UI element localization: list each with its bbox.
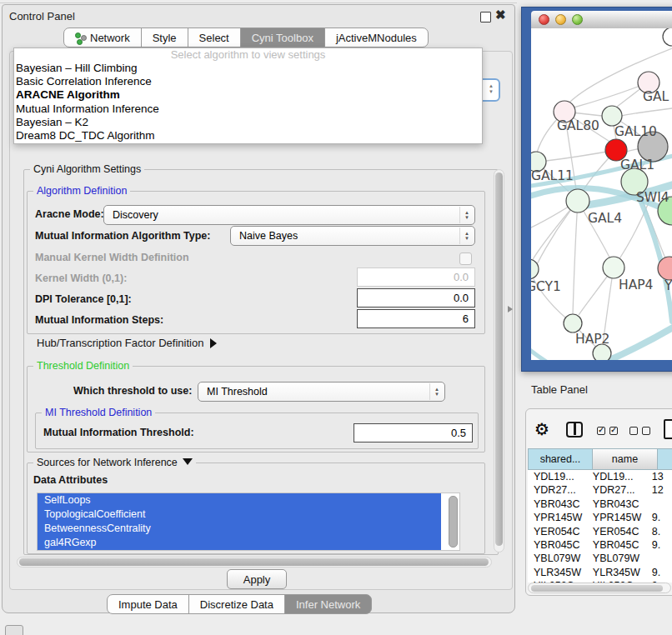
sources-group-title[interactable]: Sources for Network Inference — [33, 457, 196, 468]
network-node-gal4[interactable] — [566, 189, 589, 212]
checked-columns-icon[interactable]: ✓ ✓ — [597, 427, 618, 435]
attribute-item-betweennesscentrality[interactable]: BetweennessCentrality — [38, 522, 441, 536]
combo-arrows-icon: ▲▼ — [486, 83, 496, 95]
which-threshold-select[interactable]: MI Threshold ▲▼ — [198, 382, 445, 402]
tab-label: Style — [153, 32, 177, 44]
table-row[interactable]: YLR345WYLR345W9. — [528, 566, 672, 579]
network-canvas[interactable]: GALGAL80GAL10GAL1GAL11SWI4GAL4GCY1HAP4YH… — [531, 28, 672, 360]
mi-threshold-field[interactable]: 0.5 — [354, 423, 473, 442]
aracne-mode-select[interactable]: Discovery ▲▼ — [103, 205, 475, 225]
table-row[interactable]: YDL19...YDL19...13 — [528, 470, 672, 483]
network-node-hap4[interactable] — [603, 257, 624, 278]
table-horizontal-scrollbar[interactable] — [528, 582, 671, 593]
table-row[interactable]: YPR145WYPR145W9. — [528, 511, 672, 524]
data-attributes-list[interactable]: SelfLoopsTopologicalCoefficientBetweenne… — [37, 492, 460, 551]
kernel-width-value: 0.0 — [454, 271, 469, 283]
minimize-window-icon[interactable] — [555, 14, 566, 25]
which-threshold-label: Which threshold to use: — [73, 385, 192, 397]
algorithm-option-basic-correlation-inference[interactable]: Basic Correlation Inference — [14, 75, 482, 88]
network-node[interactable] — [663, 28, 672, 46]
gear-icon[interactable]: ⚙ — [534, 419, 549, 439]
table-row[interactable]: YER054CYER054C8. — [528, 525, 672, 538]
checked-box-icon: ✓ — [609, 427, 618, 435]
algorithm-option-dream8-dc-tdc-algorithm[interactable]: Dream8 DC_TDC Algorithm — [14, 129, 482, 142]
close-panel-icon[interactable]: ✖ — [495, 8, 506, 22]
attribute-item-selfloops[interactable]: SelfLoops — [38, 493, 441, 508]
network-edge[interactable] — [622, 108, 672, 116]
data-attributes-label: Data Attributes — [33, 474, 108, 486]
tab-label: Discretize Data — [200, 598, 273, 611]
zoom-window-icon[interactable] — [572, 14, 583, 25]
node-label-gal80: GAL80 — [557, 118, 599, 133]
algorithm-option-bayesian-k2[interactable]: Bayesian – K2 — [14, 116, 482, 129]
column-header-cut[interactable] — [658, 448, 672, 470]
window-top-edge — [0, 2, 517, 3]
minimized-panel-icon[interactable] — [5, 625, 23, 635]
table-row[interactable]: YBR045CYBR045C9. — [528, 538, 672, 552]
table-row[interactable]: YBR043CYBR043C — [528, 498, 672, 511]
table-cell: YBL079W — [528, 552, 587, 565]
tab-infer-network[interactable]: Infer Network — [284, 594, 372, 614]
apply-button[interactable]: Apply — [227, 569, 287, 589]
unchecked-columns-icon[interactable] — [629, 427, 650, 435]
tab-discretize-data[interactable]: Discretize Data — [188, 594, 285, 614]
tab-jactivemnodules[interactable]: jActiveMNodules — [324, 28, 429, 48]
table-rows: YDL19...YDL19...13YDR27...YDR27...12YBR0… — [528, 470, 672, 582]
dpi-tolerance-field[interactable]: 0.0 — [357, 288, 475, 308]
expanded-arrow-icon — [183, 458, 193, 465]
network-edge[interactable] — [573, 201, 578, 314]
algorithm-dropdown-popup: Select algorithm to view settings Bayesi… — [13, 48, 483, 144]
threshold-definition-title: Threshold Definition — [33, 360, 133, 372]
table-cell: YPR145W — [528, 511, 587, 524]
table-cell: YDL19... — [587, 470, 646, 483]
node-attribute-table[interactable]: shared...name YDL19...YDL19...13YDR27...… — [528, 448, 672, 582]
table-cell: 8. — [646, 525, 672, 538]
attribute-item-topologicalcoefficient[interactable]: TopologicalCoefficient — [38, 508, 441, 522]
network-node-hap2[interactable] — [564, 314, 582, 332]
table-cell: YBR045C — [587, 538, 646, 552]
mi-steps-label: Mutual Information Steps: — [35, 314, 163, 326]
table-cell: 13 — [646, 470, 672, 483]
tab-select[interactable]: Select — [188, 28, 241, 48]
sources-title-text: Sources for Network Inference — [37, 457, 178, 468]
algorithm-dropdown-placeholder: Select algorithm to view settings — [14, 48, 482, 62]
settings-vertical-scrollbar[interactable] — [494, 169, 504, 552]
aracne-mode-value: Discovery — [113, 209, 158, 221]
tab-cyni-toolbox[interactable]: Cyni Toolbox — [240, 28, 325, 48]
column-header-name[interactable]: name — [593, 448, 658, 470]
attribute-item-gal4rgexp[interactable]: gal4RGexp — [38, 536, 441, 550]
tab-style[interactable]: Style — [141, 28, 188, 48]
algorithm-option-aracne-algorithm[interactable]: ARACNE Algorithm — [14, 88, 482, 102]
table-row[interactable]: YDR27...YDR27...12 — [528, 483, 672, 497]
hub-definition-toggle[interactable]: Hub/Transcription Factor Definition — [37, 337, 217, 349]
table-cell: YDL19... — [528, 470, 587, 483]
new-table-icon[interactable] — [664, 419, 672, 439]
scrollbar-thumb[interactable] — [531, 585, 663, 592]
close-window-icon[interactable] — [539, 14, 549, 25]
settings-horizontal-scrollbar[interactable] — [17, 557, 492, 568]
mi-type-select[interactable]: Naive Bayes ▲▼ — [230, 226, 475, 246]
column-header-shared[interactable]: shared... — [528, 448, 593, 470]
tab-impute-data[interactable]: Impute Data — [107, 594, 189, 614]
list-scrollbar-thumb[interactable] — [449, 496, 458, 548]
float-panel-icon[interactable] — [480, 12, 491, 22]
kernel-width-field[interactable]: 0.0 — [357, 268, 475, 287]
mi-steps-value: 6 — [463, 312, 469, 325]
columns-icon[interactable] — [566, 422, 583, 438]
splitpane-divider-arrow-icon[interactable] — [508, 306, 513, 312]
network-node-gal10[interactable] — [602, 106, 622, 126]
manual-kernel-checkbox[interactable] — [459, 252, 472, 265]
scrollbar-thumb[interactable] — [495, 172, 503, 546]
network-edge[interactable] — [574, 82, 649, 108]
tab-network[interactable]: Network — [63, 28, 142, 48]
network-window-titlebar[interactable] — [531, 11, 672, 29]
algorithm-option-mutual-information-inference[interactable]: Mutual Information Inference — [14, 102, 482, 116]
network-edge-highlighted[interactable] — [531, 345, 574, 360]
hub-definition-label: Hub/Transcription Factor Definition — [37, 337, 203, 349]
algorithm-option-bayesian-hill-climbing[interactable]: Bayesian – Hill Climbing — [14, 62, 482, 75]
algorithm-definition-title: Algorithm Definition — [33, 185, 130, 197]
scrollbar-thumb[interactable] — [19, 558, 489, 566]
table-row[interactable]: YBL079WYBL079W — [528, 552, 672, 565]
combo-arrows-icon: ▲▼ — [429, 383, 444, 400]
mi-steps-field[interactable]: 6 — [357, 309, 475, 328]
